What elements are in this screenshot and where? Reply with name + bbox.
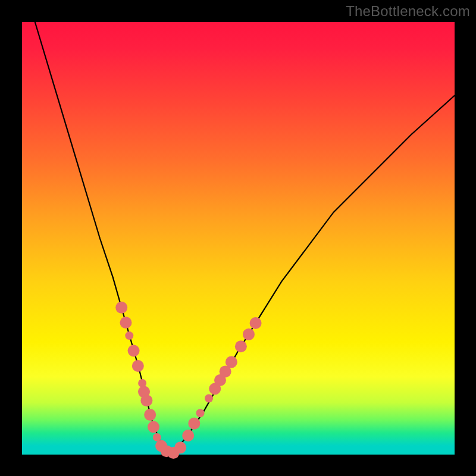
- data-point-marker: [250, 317, 262, 329]
- watermark-text: TheBottleneck.com: [346, 3, 470, 20]
- data-point-marker: [188, 418, 200, 430]
- chart-frame: TheBottleneck.com: [0, 0, 476, 476]
- data-point-marker: [148, 421, 159, 433]
- marker-group: [115, 302, 261, 459]
- chart-svg: [22, 22, 455, 455]
- data-point-marker: [132, 360, 144, 372]
- data-point-marker: [205, 394, 213, 402]
- data-point-marker: [140, 394, 152, 406]
- data-point-marker: [196, 409, 205, 417]
- data-point-marker: [226, 356, 237, 368]
- data-point-marker: [235, 340, 247, 352]
- data-point-marker: [115, 302, 127, 314]
- data-point-marker: [128, 345, 140, 357]
- data-point-marker: [174, 441, 186, 453]
- bottleneck-curve-line: [35, 22, 455, 455]
- data-point-marker: [120, 317, 131, 328]
- data-point-marker: [243, 328, 255, 340]
- data-point-marker: [182, 430, 194, 441]
- plot-area: [22, 22, 455, 455]
- data-point-marker: [144, 409, 156, 421]
- data-point-marker: [125, 331, 133, 340]
